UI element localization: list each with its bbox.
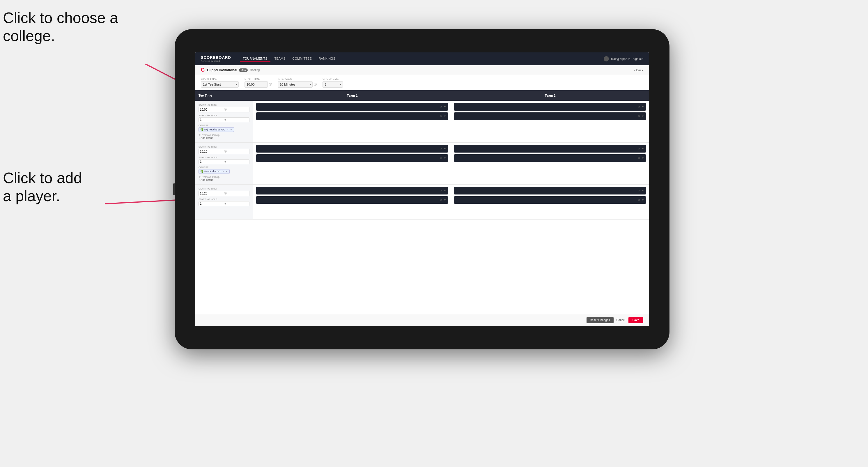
save-button[interactable]: Save [628, 317, 643, 323]
group2-team1: ✕ ▼ ✕ ▼ [253, 143, 451, 184]
group1-course-badge[interactable]: 🌿 (A) Peachtree GC ✕ ▼ [198, 127, 234, 132]
intervals-select-wrap[interactable]: 10 Minutes [278, 81, 313, 88]
player-remove-btn[interactable]: ✕ [638, 115, 640, 118]
back-button[interactable]: ‹ Back [634, 68, 643, 72]
player-expand-btn[interactable]: ▼ [444, 198, 446, 201]
cancel-button[interactable]: Cancel [617, 318, 625, 322]
player-expand-btn[interactable]: ▼ [444, 189, 446, 192]
user-email: blair@clippd.io [611, 57, 630, 61]
player-expand-btn[interactable]: ▼ [444, 115, 446, 118]
group2-course-badge[interactable]: 🌿 East Lake GC ✕ ▼ [198, 169, 230, 174]
starting-time-label: STARTING TIME: [198, 104, 249, 106]
arrow-icon: ▼ [224, 119, 248, 121]
sign-out-link[interactable]: Sign out [632, 57, 643, 61]
player-row[interactable]: ✕ ▼ [256, 187, 448, 194]
player-remove-btn[interactable]: ✕ [638, 189, 640, 192]
table-header: Tee Time Team 1 Team 2 [195, 90, 649, 101]
group3-team1: ✕ ▼ ✕ ▼ [253, 185, 451, 219]
course-expand-icon[interactable]: ▼ [230, 128, 232, 131]
group3-time-input[interactable]: 10:20 ⓘ [198, 191, 249, 196]
player-row[interactable]: ✕ ▼ [454, 154, 646, 162]
player-expand-btn[interactable]: ▼ [444, 105, 446, 108]
logo-area: SCOREBOARD Powered by clippd [201, 55, 231, 62]
nav-committee[interactable]: COMMITTEE [290, 56, 315, 62]
time-icon: ⓘ [269, 83, 272, 87]
course-expand-icon[interactable]: ▼ [225, 170, 228, 173]
nav-teams[interactable]: TEAMS [272, 56, 288, 62]
group2-remove-group[interactable]: ↻ Remove Group [198, 176, 249, 179]
group2-time-input[interactable]: 10:10 ⓘ [198, 149, 249, 154]
group-size-select[interactable]: 3 [322, 81, 343, 88]
course-label: COURSE: [198, 124, 249, 127]
group3-settings: STARTING TIME: 10:20 ⓘ STARTING HOLE: 1 … [195, 185, 253, 219]
col-team2: Team 2 [451, 93, 649, 98]
interval-icon: ⓘ [314, 83, 317, 87]
start-type-select-wrap[interactable]: 1st Tee Start [201, 81, 239, 88]
player-expand-btn[interactable]: ▼ [642, 115, 644, 118]
config-bar: Start Type 1st Tee Start Start Time ⓘ In… [195, 75, 649, 90]
player-remove-btn[interactable]: ✕ [440, 198, 442, 201]
group1-add-group[interactable]: + Add Group [198, 136, 249, 139]
player-remove-btn[interactable]: ✕ [440, 157, 442, 160]
intervals-label: Intervals [278, 77, 317, 80]
refresh-icon: ↻ [198, 176, 201, 179]
player-remove-btn[interactable]: ✕ [638, 198, 640, 201]
table-row: STARTING TIME: 10:10 ⓘ STARTING HOLE: 1 … [195, 143, 649, 185]
player-expand-btn[interactable]: ▼ [444, 147, 446, 150]
group-size-select-wrap[interactable]: 3 [322, 81, 343, 88]
player-expand-btn[interactable]: ▼ [642, 157, 644, 160]
group1-time-input[interactable]: 10:00 ⓘ [198, 107, 249, 113]
player-expand-btn[interactable]: ▼ [444, 157, 446, 160]
player-expand-btn[interactable]: ▼ [642, 105, 644, 108]
arrow-icon: ▼ [224, 160, 248, 163]
player-remove-btn[interactable]: ✕ [440, 147, 442, 150]
main-content: Tee Time Team 1 Team 2 STARTING TIME: 10… [195, 90, 649, 314]
player-row[interactable]: ✕ ▼ [454, 196, 646, 204]
nav-links: TOURNAMENTS TEAMS COMMITTEE RANKINGS [240, 56, 604, 62]
player-remove-btn[interactable]: ✕ [638, 105, 640, 108]
player-row[interactable]: ✕ ▼ [256, 145, 448, 153]
player-row[interactable]: ✕ ▼ [256, 196, 448, 204]
logo-text: SCOREBOARD [201, 55, 231, 60]
player-expand-btn[interactable]: ▼ [642, 147, 644, 150]
time-icon: ⓘ [224, 192, 248, 195]
player-row[interactable]: ✕ ▼ [454, 103, 646, 111]
group1-hole-input[interactable]: 1 ▼ [198, 117, 249, 122]
start-time-field: Start Time ⓘ [245, 77, 272, 88]
player-expand-btn[interactable]: ▼ [642, 189, 644, 192]
group1-remove-group[interactable]: ↻ Remove Group [198, 134, 249, 136]
group3-hole-input[interactable]: 1 ▼ [198, 201, 249, 206]
group2-settings: STARTING TIME: 10:10 ⓘ STARTING HOLE: 1 … [195, 143, 253, 184]
remove-course-icon[interactable]: ✕ [222, 170, 224, 173]
tablet-frame: SCOREBOARD Powered by clippd TOURNAMENTS… [175, 29, 670, 349]
group1-settings: STARTING TIME: 10:00 ⓘ STARTING HOLE: 1 … [195, 101, 253, 143]
player-remove-btn[interactable]: ✕ [638, 157, 640, 160]
player-expand-btn[interactable]: ▼ [642, 198, 644, 201]
player-remove-btn[interactable]: ✕ [440, 189, 442, 192]
player-row[interactable]: ✕ ▼ [256, 113, 448, 120]
player-row[interactable]: ✕ ▼ [256, 154, 448, 162]
start-time-label: Start Time [245, 77, 272, 80]
col-team1: Team 1 [253, 93, 451, 98]
player-remove-btn[interactable]: ✕ [440, 105, 442, 108]
bottom-bar: Reset Changes Cancel Save [195, 314, 649, 326]
player-row[interactable]: ✕ ▼ [256, 103, 448, 111]
nav-tournaments[interactable]: TOURNAMENTS [240, 56, 271, 62]
player-remove-btn[interactable]: ✕ [638, 147, 640, 150]
start-time-input[interactable] [245, 81, 268, 88]
nav-rankings[interactable]: RANKINGS [316, 56, 338, 62]
group2-add-group[interactable]: + Add Group [198, 179, 249, 181]
group2-hole-input[interactable]: 1 ▼ [198, 159, 249, 164]
logo-sub: Powered by clippd [201, 60, 231, 62]
start-type-label: Start Type [201, 77, 239, 80]
player-row[interactable]: ✕ ▼ [454, 145, 646, 153]
player-row[interactable]: ✕ ▼ [454, 187, 646, 194]
start-type-select[interactable]: 1st Tee Start [201, 81, 239, 88]
starting-hole-label: STARTING HOLE: [198, 156, 249, 159]
player-row[interactable]: ✕ ▼ [454, 113, 646, 120]
reset-button[interactable]: Reset Changes [587, 317, 614, 323]
player-remove-btn[interactable]: ✕ [440, 115, 442, 118]
remove-course-icon[interactable]: ✕ [227, 128, 229, 131]
intervals-select[interactable]: 10 Minutes [278, 81, 313, 88]
nav-right: blair@clippd.io Sign out [604, 56, 643, 61]
